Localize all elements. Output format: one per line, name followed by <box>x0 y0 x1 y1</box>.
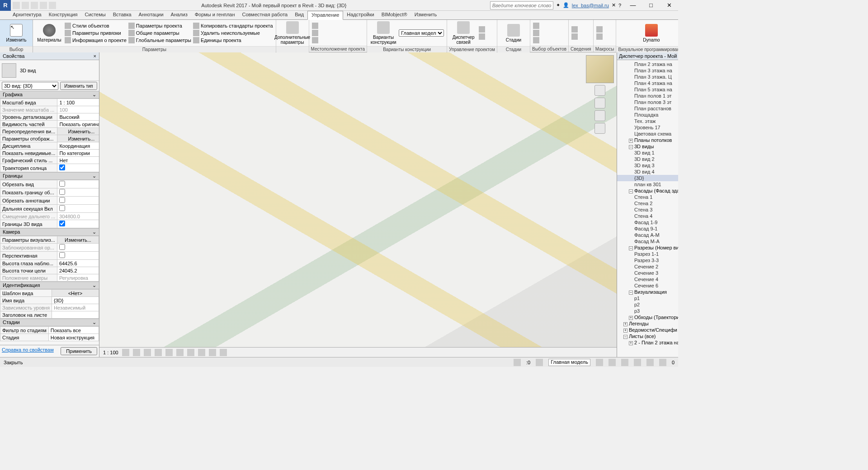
prop-checkbox[interactable] <box>59 252 65 258</box>
prop-row[interactable]: Заголовок на листе <box>0 311 99 319</box>
prop-row[interactable]: Уровень детализацииВысокий <box>0 113 99 121</box>
save-selection-button[interactable] <box>533 30 539 36</box>
tree-node[interactable]: Цветовая схема <box>617 131 678 137</box>
prop-row[interactable]: Параметры отображ...Изменить... <box>0 135 99 142</box>
render-icon[interactable] <box>165 349 173 356</box>
manage-images-button[interactable] <box>479 26 485 33</box>
tab-анализ[interactable]: Анализ <box>167 11 191 19</box>
macro-security-button[interactable] <box>596 33 603 40</box>
expand-icon[interactable]: + <box>629 139 633 143</box>
param-button[interactable]: Копировать стандарты проекта <box>193 23 273 29</box>
select-underlay-icon[interactable] <box>609 359 616 366</box>
nav-home-icon[interactable] <box>594 85 605 96</box>
tree-node[interactable]: Разрез 1-1 <box>617 251 678 257</box>
prop-row[interactable]: Значение масштаба ...100 <box>0 106 99 113</box>
param-button[interactable]: Удалить неиспользуемые <box>193 30 273 36</box>
properties-close-icon[interactable]: × <box>94 53 96 59</box>
tab-формы и генплан[interactable]: Формы и генплан <box>191 11 239 19</box>
filter-icon[interactable] <box>659 359 666 366</box>
qat-print-icon[interactable] <box>49 2 56 9</box>
tree-node[interactable]: +Легенды <box>617 320 678 327</box>
materials-button[interactable]: Материалы <box>36 21 63 45</box>
prop-checkbox[interactable] <box>59 244 65 250</box>
tree-node[interactable]: 3D вид 2 <box>617 156 678 162</box>
view-cube[interactable] <box>586 55 614 83</box>
modify-button[interactable]: ↖ Изменить <box>3 21 30 45</box>
model-view[interactable] <box>99 52 617 357</box>
crop-visible-icon[interactable] <box>187 349 194 356</box>
signin-icon[interactable]: 👤 <box>563 2 569 8</box>
tree-node[interactable]: План 3 этажа на <box>617 67 678 74</box>
tree-node[interactable]: +Обходы (Траектори <box>617 314 678 320</box>
tree-node[interactable]: План 2 этажа на <box>617 61 678 67</box>
nav-wheel-icon[interactable] <box>594 98 605 108</box>
param-button[interactable]: Информация о проекте <box>65 37 127 43</box>
tree-node[interactable]: Фасад А-М <box>617 232 678 238</box>
tree-node[interactable]: −3D виды <box>617 143 678 150</box>
prop-row[interactable]: СтадияНовая конструкция <box>0 334 99 341</box>
shadows-icon[interactable] <box>155 349 162 356</box>
prop-checkbox[interactable] <box>59 197 65 203</box>
expand-icon[interactable]: + <box>623 329 627 333</box>
tree-node[interactable]: Стена 2 <box>617 200 678 207</box>
tree-node[interactable]: План 4 этажа на <box>617 80 678 86</box>
tree-node[interactable]: план кв 301 <box>617 181 678 188</box>
coordinates-button[interactable] <box>312 30 318 36</box>
prop-row[interactable]: Показать невидимые...По категории <box>0 150 99 157</box>
prop-group[interactable]: Графика⌄ <box>0 91 99 99</box>
tree-node[interactable]: Стена 4 <box>617 213 678 219</box>
qat-open-icon[interactable] <box>13 2 20 9</box>
tab-bimobject®[interactable]: BIMobject® <box>378 11 411 19</box>
tree-node[interactable]: Сечение 4 <box>617 276 678 282</box>
expand-icon[interactable]: + <box>623 322 627 326</box>
prop-row[interactable]: Заблокированная ор... <box>0 244 99 252</box>
lock-3d-icon[interactable] <box>198 349 205 356</box>
tree-node[interactable]: −Фасады (Фасад здан <box>617 188 678 194</box>
tree-node[interactable]: Сечение 2 <box>617 263 678 270</box>
tab-вставка[interactable]: Вставка <box>109 11 135 19</box>
apply-button[interactable]: Применить <box>61 347 97 355</box>
tab-системы[interactable]: Системы <box>81 11 109 19</box>
tab-совместная работа[interactable]: Совместная работа <box>239 11 292 19</box>
tab-изменить[interactable]: Изменить <box>411 11 441 19</box>
scale-label[interactable]: 1 : 100 <box>103 350 118 355</box>
expand-icon[interactable]: − <box>629 145 633 149</box>
tree-node[interactable]: −Визуализация <box>617 289 678 295</box>
tab-аннотации[interactable]: Аннотации <box>135 11 167 19</box>
prop-row[interactable]: Дальняя секущая Вкл <box>0 205 99 213</box>
app-logo[interactable]: R <box>0 0 11 11</box>
infocenter-icon[interactable]: ✦ <box>556 2 560 8</box>
select-face-icon[interactable] <box>634 359 641 366</box>
expand-icon[interactable]: + <box>629 341 633 345</box>
main-model-select[interactable]: Главная модель <box>399 29 444 37</box>
maximize-button[interactable]: □ <box>642 0 660 11</box>
tree-node[interactable]: План полов 3 эт <box>617 99 678 105</box>
prop-group[interactable]: Стадии⌄ <box>0 319 99 326</box>
nav-pan-icon[interactable] <box>594 110 605 121</box>
nav-zoom-icon[interactable] <box>594 123 605 134</box>
prop-row[interactable]: Обрезать вид <box>0 180 99 188</box>
select-by-id-button[interactable] <box>533 23 539 29</box>
param-button[interactable]: Стили объектов <box>65 23 127 29</box>
tree-node[interactable]: р3 <box>617 308 678 314</box>
prop-row[interactable]: Переопределения ви...Изменить... <box>0 128 99 135</box>
edit-type-button[interactable]: Изменить тип <box>60 82 97 90</box>
prop-row[interactable]: ДисциплинаКоординация <box>0 142 99 150</box>
prop-row[interactable]: Масштаб вида1 : 100 <box>0 99 99 106</box>
dynamo-button[interactable]: Dynamo <box>638 21 665 45</box>
position-button[interactable] <box>312 37 318 43</box>
tree-node[interactable]: План 5 этажа на <box>617 86 678 93</box>
param-button[interactable]: Общие параметры <box>128 30 191 36</box>
sun-path-icon[interactable] <box>144 349 151 356</box>
expand-icon[interactable]: − <box>629 189 633 193</box>
prop-checkbox[interactable] <box>59 205 65 211</box>
param-button[interactable]: Глобальные параметры <box>128 37 191 43</box>
prop-row[interactable]: Графический стиль ...Нет <box>0 157 99 164</box>
prop-row[interactable]: Показать границу об... <box>0 188 99 197</box>
tab-управление[interactable]: Управление <box>307 11 343 20</box>
macro-manager-button[interactable] <box>596 26 603 33</box>
location-button[interactable] <box>312 23 318 29</box>
type-selector[interactable]: 3D вид: {3D} <box>2 82 58 90</box>
tree-node[interactable]: 3D вид 1 <box>617 150 678 156</box>
prop-checkbox[interactable] <box>59 181 65 187</box>
